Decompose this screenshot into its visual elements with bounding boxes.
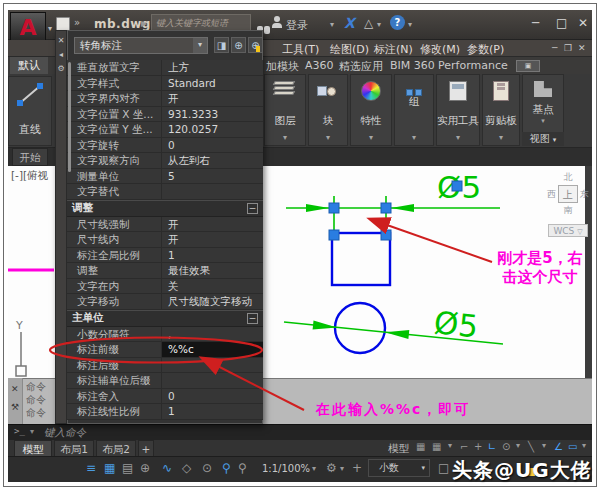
property-value[interactable]	[161, 373, 263, 388]
object-type-caret-icon[interactable]: ▾	[193, 38, 207, 53]
property-value[interactable]: 开	[161, 232, 263, 247]
signin-caret-icon[interactable]: ▾	[330, 20, 334, 29]
property-value[interactable]: 最佳效果	[161, 263, 263, 278]
geographic-location-icon[interactable]: ⊕	[140, 461, 150, 475]
property-row[interactable]: 测量单位5	[67, 169, 263, 185]
select-objects-icon[interactable]: ⊕	[231, 37, 246, 53]
line-tool-button[interactable]: 直线	[8, 76, 52, 146]
autoscale-icon[interactable]: ⚲	[238, 461, 247, 475]
start-tab[interactable]: 开始	[12, 148, 48, 166]
menu-tools[interactable]: 工具(T)	[282, 42, 319, 57]
property-row[interactable]: 尺寸线内开	[67, 232, 263, 248]
signin-label[interactable]: 登录	[286, 18, 308, 33]
plus-icon[interactable]: +	[352, 461, 362, 475]
view-panel-strip[interactable]: 视图 ▾	[522, 132, 564, 146]
menu-dimension[interactable]: 标注(N)	[374, 42, 413, 57]
square-entity[interactable]	[332, 233, 390, 285]
workspace-caret-icon[interactable]: ▾	[340, 464, 344, 473]
viewcube-east[interactable]: 东	[580, 188, 589, 201]
palette-autohide-icon[interactable]: ◂	[56, 50, 66, 59]
ortho-mode-icon[interactable]: ∟	[488, 441, 496, 452]
property-row[interactable]: 文字界内对齐开	[67, 91, 263, 107]
snap-mode-icon[interactable]: ▦	[432, 441, 441, 452]
property-value[interactable]: 关	[161, 279, 263, 294]
ribbon-panel-block[interactable]: 块 ▾	[308, 74, 348, 146]
property-value[interactable]	[161, 184, 263, 199]
polar-caret-icon[interactable]: ▾	[516, 441, 520, 450]
ribbon-tab-home[interactable]: 默认	[10, 57, 48, 74]
signin-person-icon[interactable]	[272, 16, 282, 28]
panel-expand-icon[interactable]: ▾	[395, 133, 433, 142]
property-row[interactable]: 文字位置 Y 坐...120.0257	[67, 122, 263, 138]
new-layout-button[interactable]: +	[138, 440, 154, 456]
dynamic-input-icon[interactable]: +	[474, 441, 482, 452]
ribbon-tab-a360[interactable]: A360	[305, 59, 334, 72]
viewcube-top-face[interactable]: 上	[558, 185, 578, 203]
object-snap-tracking-icon[interactable]: ╲	[528, 441, 534, 452]
maximize-button[interactable]: □	[556, 16, 567, 30]
section-header-fit[interactable]: 调整−	[67, 200, 263, 217]
collapse-icon[interactable]: −	[247, 203, 258, 214]
doc-restore-button[interactable]: ❐	[564, 43, 572, 53]
palette-settings-icon[interactable]: ⚙	[56, 64, 66, 73]
viewport-controls-label[interactable]: [-][俯视	[11, 169, 48, 183]
precision-caret-icon[interactable]: ▾	[421, 460, 425, 476]
property-row[interactable]: 文字替代	[67, 184, 263, 200]
ribbon-tab-bim360[interactable]: BIM 360	[390, 59, 435, 72]
grid-display-icon[interactable]: ▦	[416, 441, 425, 452]
ribbon-tab-addins[interactable]: 加模块	[266, 59, 299, 74]
dim2-text[interactable]: Ø5	[432, 304, 480, 344]
ribbon-panel-properties[interactable]: 特性 ▾	[350, 74, 392, 146]
command-caret-icon[interactable]: ▾	[30, 427, 34, 436]
ribbon-tab-performance[interactable]: Performance	[438, 59, 508, 72]
command-close-icon[interactable]: ✕	[11, 384, 19, 394]
property-row[interactable]: 文字位置 X 坐...931.3233	[67, 107, 263, 123]
menu-draw[interactable]: 绘图(D)	[330, 42, 369, 57]
ribbon-tab-featured[interactable]: 精选应用	[339, 59, 383, 74]
dynamic-ucs-icon[interactable]: ∿	[162, 461, 172, 475]
render-tab-icon[interactable]: ▣	[516, 60, 540, 72]
command-input-placeholder[interactable]: 键入命令	[44, 426, 86, 440]
doc-minimize-button[interactable]: ─	[552, 43, 557, 53]
property-value[interactable]: 120.0257	[161, 122, 263, 137]
section-header-primary-units[interactable]: 主单位−	[67, 310, 263, 327]
viewcube-west[interactable]: 西	[547, 188, 556, 201]
tab-model[interactable]: 模型	[14, 440, 52, 456]
property-row[interactable]: 文字观察方向从左到右	[67, 153, 263, 169]
menu-parametric[interactable]: 参数(P)	[467, 42, 504, 57]
tab-layout1[interactable]: 布局1	[54, 440, 94, 456]
palette-scrollbar[interactable]	[68, 62, 71, 172]
panel-expand-icon[interactable]: ▾	[351, 133, 391, 142]
property-value[interactable]: 从左到右	[161, 153, 263, 168]
property-row[interactable]: 文字旋转0	[67, 138, 263, 154]
annotation-visibility-icon[interactable]: ⚲	[222, 461, 231, 475]
property-row[interactable]: 调整最佳效果	[67, 263, 263, 279]
property-row[interactable]: 标注线性比例1	[67, 404, 263, 420]
ribbon-panel-layers[interactable]: 图层 ▾	[264, 74, 306, 146]
viewcube[interactable]: 北 西 上 东 南	[544, 171, 592, 217]
search-expand-icon[interactable]: ▶	[141, 19, 147, 28]
snap-box-icon[interactable]: ▭	[568, 441, 577, 452]
ribbon-panel-utilities[interactable]: 实用工具 ▾	[436, 74, 480, 146]
quick-properties-icon[interactable]: ▤	[122, 461, 133, 475]
tab-layout2[interactable]: 布局2	[96, 440, 136, 456]
precision-dropdown[interactable]: 小数 ▾	[368, 459, 430, 477]
isodraft-icon[interactable]: ⊙	[202, 461, 212, 475]
panel-expand-icon[interactable]: ▾	[309, 133, 347, 142]
help-caret-icon[interactable]: ▾	[408, 20, 412, 29]
panel-expand-icon[interactable]: ▾	[437, 133, 479, 142]
property-value[interactable]: 0	[161, 138, 263, 153]
app-store-icon[interactable]: △	[364, 16, 373, 30]
property-value[interactable]: 1	[161, 404, 263, 419]
property-row[interactable]: 文字在内关	[67, 279, 263, 295]
property-row[interactable]: 标注全局比例1	[67, 248, 263, 264]
panel-caret-icon[interactable]: ▾	[523, 117, 563, 125]
property-row-dim-prefix[interactable]: 标注前缀%%c	[67, 342, 263, 358]
viewcube-north[interactable]: 北	[544, 171, 592, 184]
object-type-dropdown[interactable]: 转角标注	[74, 37, 208, 54]
property-value[interactable]: 上方	[161, 60, 263, 75]
app-store-caret-icon[interactable]: ▾	[377, 20, 381, 29]
property-value[interactable]: 5	[161, 169, 263, 184]
property-value[interactable]: ,	[161, 327, 263, 342]
property-value[interactable]: 尺寸线随文字移动	[161, 294, 263, 309]
